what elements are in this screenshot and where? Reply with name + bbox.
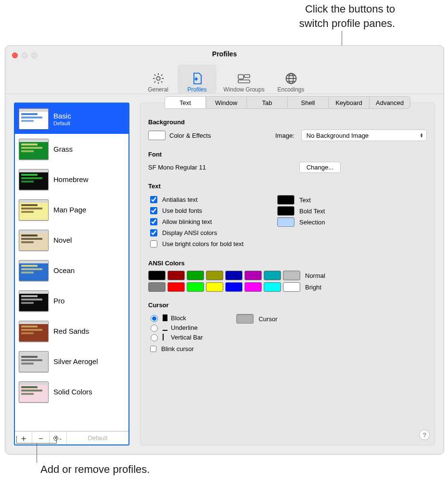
globe-icon <box>284 72 298 85</box>
preferences-window: Profiles General Profiles Window Groups … <box>5 45 444 455</box>
profile-item-silver-aerogel[interactable]: Silver Aerogel <box>15 346 128 377</box>
text-color-swatch[interactable] <box>277 195 294 205</box>
ansi-normal-5[interactable] <box>244 271 262 280</box>
font-heading: Font <box>148 151 427 158</box>
background-heading: Background <box>148 118 427 126</box>
toolbar: General Profiles Window Groups Encodings <box>5 63 444 93</box>
profile-item-novel[interactable]: Novel <box>15 225 128 255</box>
blinking-text-checkbox[interactable]: Allow blinking text <box>148 217 243 227</box>
cursor-color-swatch[interactable] <box>236 314 254 324</box>
text-heading: Text <box>148 183 427 190</box>
ansi-normal-7[interactable] <box>283 271 300 280</box>
ansi-bright-label: Bright <box>305 284 321 291</box>
ansi-bright-2[interactable] <box>187 282 204 292</box>
cursor-heading: Cursor <box>148 301 427 309</box>
profile-list[interactable]: BasicDefaultGrassHomebrewMan PageNovelOc… <box>15 104 128 431</box>
profile-name: Pro <box>53 297 64 305</box>
ansi-normal-6[interactable] <box>264 271 281 280</box>
text-color-label: Text <box>299 196 311 204</box>
profile-name: Solid Colors <box>53 388 92 396</box>
tab-advanced[interactable]: Advanced <box>370 97 410 108</box>
title-bar: Profiles General Profiles Window Groups … <box>5 46 444 94</box>
ansi-normal-1[interactable] <box>167 271 185 280</box>
profile-thumb <box>19 351 49 372</box>
ansi-bright-4[interactable] <box>225 282 243 292</box>
profile-name: Novel <box>53 236 72 244</box>
profile-thumb <box>19 199 49 221</box>
ansi-colors-checkbox[interactable]: Display ANSI colors <box>148 228 243 238</box>
svg-point-0 <box>156 77 160 80</box>
ansi-normal-3[interactable] <box>206 271 223 280</box>
svg-rect-2 <box>238 75 243 79</box>
gear-icon <box>152 72 165 85</box>
bold-color-swatch[interactable] <box>277 206 294 216</box>
profile-gear-icon <box>191 72 204 85</box>
svg-point-1 <box>195 78 197 80</box>
ansi-normal-0[interactable] <box>148 271 166 280</box>
profile-item-homebrew[interactable]: Homebrew <box>15 164 128 195</box>
callout-top-line-1: Click the buttons to <box>299 2 395 16</box>
change-font-button[interactable]: Change... <box>299 162 341 173</box>
profile-thumb <box>19 290 49 312</box>
profile-item-man-page[interactable]: Man Page <box>15 195 128 225</box>
set-default-button[interactable]: Default <box>67 431 128 444</box>
callout-leader-bottom <box>16 436 57 444</box>
profile-thumb <box>19 230 49 251</box>
tab-tab[interactable]: Tab <box>247 97 288 108</box>
profile-item-solid-colors[interactable]: Solid Colors <box>15 377 128 407</box>
color-effects-label: Color & Effects <box>169 132 211 139</box>
background-color-swatch[interactable] <box>148 131 166 140</box>
profile-name: Man Page <box>53 206 86 214</box>
ansi-bright-1[interactable] <box>167 282 185 292</box>
profile-tab-bar: TextWindowTabShellKeyboardAdvanced <box>165 96 410 109</box>
cursor-color-label: Cursor <box>258 315 277 323</box>
ansi-normal-2[interactable] <box>187 271 204 280</box>
profile-item-ocean[interactable]: Ocean <box>15 255 128 286</box>
profile-thumb <box>19 381 49 403</box>
tab-text[interactable]: Text <box>165 97 206 108</box>
window-groups-icon <box>237 72 251 85</box>
svg-rect-4 <box>238 80 250 83</box>
ansi-bright-6[interactable] <box>264 282 281 292</box>
toolbar-window-groups[interactable]: Window Groups <box>217 65 271 93</box>
ansi-bright-5[interactable] <box>244 282 262 292</box>
ansi-normal-4[interactable] <box>225 271 243 280</box>
profile-settings-pane: TextWindowTabShellKeyboardAdvanced Backg… <box>140 103 435 445</box>
toolbar-general[interactable]: General <box>139 65 178 93</box>
toolbar-profiles[interactable]: Profiles <box>178 65 217 93</box>
font-value: SF Mono Regular 11 <box>148 164 206 171</box>
cursor-underline-radio[interactable]: Underline <box>148 323 203 332</box>
profile-name: Homebrew <box>53 175 89 183</box>
ansi-bright-3[interactable] <box>206 282 223 292</box>
cursor-block-radio[interactable]: Block <box>148 313 203 322</box>
bright-bold-checkbox[interactable]: Use bright colors for bold text <box>148 239 243 249</box>
profile-thumb <box>19 139 49 160</box>
ansi-bright-0[interactable] <box>148 282 166 292</box>
ansi-bright-7[interactable] <box>283 282 300 292</box>
profile-item-red-sands[interactable]: Red Sands <box>15 316 128 346</box>
bold-fonts-checkbox[interactable]: Use bold fonts <box>148 206 243 216</box>
ansi-color-grid: NormalBright <box>148 271 427 292</box>
ansi-heading: ANSI Colors <box>148 260 427 267</box>
image-label: Image: <box>275 132 294 139</box>
callout-bottom: Add or remove profiles. <box>40 462 150 477</box>
tab-keyboard[interactable]: Keyboard <box>329 97 370 108</box>
callout-leader-bottom-tail <box>37 444 37 463</box>
toolbar-encodings[interactable]: Encodings <box>271 65 310 93</box>
help-button[interactable]: ? <box>419 430 430 440</box>
blink-cursor-checkbox[interactable]: Blink cursor <box>148 344 203 353</box>
profile-default-badge: Default <box>53 120 71 126</box>
profile-item-basic[interactable]: BasicDefault <box>15 104 128 134</box>
antialias-checkbox[interactable]: Antialias text <box>148 195 243 205</box>
background-image-select[interactable]: No Background Image ▲▼ <box>301 130 427 141</box>
profile-item-pro[interactable]: Pro <box>15 286 128 316</box>
bold-color-label: Bold Text <box>299 208 325 215</box>
tab-window[interactable]: Window <box>206 97 247 108</box>
profile-thumb <box>19 108 49 130</box>
tab-shell[interactable]: Shell <box>288 97 329 108</box>
selection-color-swatch[interactable] <box>277 217 294 227</box>
cursor-vbar-radio[interactable]: Vertical Bar <box>148 333 203 341</box>
svg-rect-3 <box>244 75 250 78</box>
profile-item-grass[interactable]: Grass <box>15 134 128 164</box>
profile-thumb <box>19 260 49 281</box>
